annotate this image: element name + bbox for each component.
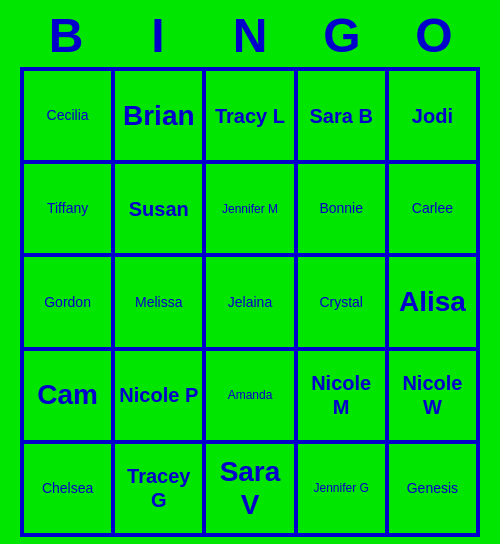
cell-r4-c3: Jennifer G	[296, 442, 387, 535]
cell-r4-c4: Genesis	[387, 442, 478, 535]
cell-r3-c4: Nicole W	[387, 349, 478, 442]
header-letter-o: O	[392, 8, 476, 63]
cell-r1-c0: Tiffany	[22, 162, 113, 255]
cell-r0-c2: Tracy L	[204, 69, 295, 162]
cell-r3-c0: Cam	[22, 349, 113, 442]
cell-r4-c0: Chelsea	[22, 442, 113, 535]
cell-r1-c3: Bonnie	[296, 162, 387, 255]
bingo-header: BINGO	[20, 0, 480, 67]
cell-r4-c1: Tracey G	[113, 442, 204, 535]
header-letter-g: G	[300, 8, 384, 63]
cell-r0-c3: Sara B	[296, 69, 387, 162]
cell-r1-c1: Susan	[113, 162, 204, 255]
cell-r0-c4: Jodi	[387, 69, 478, 162]
cell-r2-c2: Jelaina	[204, 255, 295, 348]
cell-r3-c2: Amanda	[204, 349, 295, 442]
cell-r2-c1: Melissa	[113, 255, 204, 348]
cell-r2-c0: Gordon	[22, 255, 113, 348]
cell-r3-c3: Nicole M	[296, 349, 387, 442]
cell-r1-c2: Jennifer M	[204, 162, 295, 255]
cell-r0-c1: Brian	[113, 69, 204, 162]
header-letter-n: N	[208, 8, 292, 63]
bingo-grid: CeciliaBrianTracy LSara BJodiTiffanySusa…	[20, 67, 480, 537]
cell-r2-c4: Alisa	[387, 255, 478, 348]
header-letter-i: I	[116, 8, 200, 63]
cell-r3-c1: Nicole P	[113, 349, 204, 442]
cell-r0-c0: Cecilia	[22, 69, 113, 162]
cell-r4-c2: Sara V	[204, 442, 295, 535]
header-letter-b: B	[24, 8, 108, 63]
cell-r1-c4: Carlee	[387, 162, 478, 255]
cell-r2-c3: Crystal	[296, 255, 387, 348]
